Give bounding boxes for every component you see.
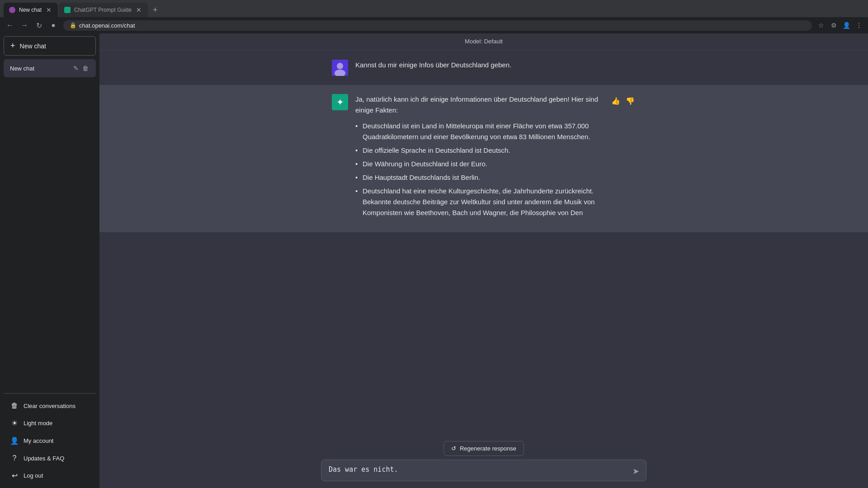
my-account-item[interactable]: 👤 My account <box>4 432 96 450</box>
gpt-logo-icon: ✦ <box>336 97 344 108</box>
reload-button[interactable]: ↻ <box>33 19 45 32</box>
logout-icon: ↩ <box>10 471 19 480</box>
user-avatar-svg <box>332 60 348 76</box>
sidebar-bottom: 🗑 Clear conversations ☀ Light mode 👤 My … <box>4 393 96 484</box>
chat-list: New chat ✎ 🗑 <box>4 59 96 393</box>
fact-item-4: Deutschland hat eine reiche Kulturgeschi… <box>355 184 603 220</box>
svg-point-1 <box>337 63 343 69</box>
app-container: + New chat New chat ✎ 🗑 🗑 Clear conversa… <box>0 33 868 488</box>
tab-favicon-2 <box>64 7 71 13</box>
chat-item-label-0: New chat <box>10 65 72 72</box>
user-message-row: Kannst du mir einige Infos über Deutschl… <box>99 51 868 85</box>
tab-close-1[interactable]: ✕ <box>45 5 52 14</box>
clear-conversations-item[interactable]: 🗑 Clear conversations <box>4 397 96 414</box>
fact-text-1: Die offizielle Sprache in Deutschland is… <box>363 146 510 154</box>
new-chat-label: New chat <box>20 42 46 50</box>
address-bar[interactable]: 🔒 chat.openai.com/chat <box>63 20 812 31</box>
assistant-message-content: Ja, natürlich kann ich dir einige Inform… <box>355 94 603 223</box>
thumbs-up-button[interactable]: 👍 <box>610 96 621 106</box>
light-mode-item[interactable]: ☀ Light mode <box>4 414 96 432</box>
user-message-inner: Kannst du mir einige Infos über Deutschl… <box>321 60 646 76</box>
browser-tab-2[interactable]: ChatGPT Prompt Guide ✕ <box>59 3 148 17</box>
fact-text-3: Die Hauptstadt Deutschlands ist Berlin. <box>363 174 480 181</box>
back-button[interactable]: ← <box>4 19 16 32</box>
regenerate-icon: ↺ <box>451 445 456 452</box>
user-message-text: Kannst du mir einige Infos über Deutschl… <box>355 61 511 69</box>
assistant-message-row: ✦ Ja, natürlich kann ich dir einige Info… <box>99 85 868 232</box>
fact-item-3: Die Hauptstadt Deutschlands ist Berlin. <box>355 171 603 184</box>
my-account-label: My account <box>24 437 53 444</box>
message-actions: 👍 👎 <box>610 94 636 106</box>
forward-button[interactable]: → <box>18 19 31 32</box>
updates-icon: ? <box>10 454 19 462</box>
model-label: Model: Default <box>465 38 503 45</box>
chat-item-actions-0: ✎ 🗑 <box>72 64 90 73</box>
browser-toolbar: ← → ↻ ● 🔒 chat.openai.com/chat ☆ ⚙ 👤 ⋮ <box>0 17 868 33</box>
menu-icon[interactable]: ⋮ <box>854 20 864 31</box>
light-mode-icon: ☀ <box>10 419 19 427</box>
log-out-item[interactable]: ↩ Log out <box>4 467 96 484</box>
updates-faq-label: Updates & FAQ <box>24 455 64 462</box>
fact-text-2: Die Währung in Deutschland ist der Euro. <box>363 160 487 168</box>
regenerate-label: Regenerate response <box>460 445 516 452</box>
send-button[interactable]: ➤ <box>631 465 641 478</box>
bottom-bar: ↺ Regenerate response ➤ <box>99 436 868 488</box>
bookmark-icon[interactable]: ☆ <box>816 20 826 31</box>
tab-close-2[interactable]: ✕ <box>135 5 142 14</box>
plus-icon: + <box>10 41 15 51</box>
tab-favicon-1 <box>9 7 15 13</box>
input-row: ➤ <box>321 460 646 483</box>
fact-text-0: Deutschland ist ein Land in Mitteleuropa… <box>363 122 590 141</box>
browser-actions: ☆ ⚙ 👤 ⋮ <box>816 20 864 31</box>
home-button[interactable]: ● <box>47 19 60 32</box>
main-content: Model: Default Kannst du mir einige Info… <box>99 33 868 488</box>
browser-tab-active[interactable]: New chat ✕ <box>4 3 58 17</box>
model-header: Model: Default <box>99 33 868 51</box>
account-icon: 👤 <box>10 436 19 445</box>
extension-icon[interactable]: ⚙ <box>828 20 839 31</box>
facts-list: Deutschland ist ein Land in Mitteleuropa… <box>355 119 603 220</box>
user-avatar <box>332 60 348 76</box>
sidebar: + New chat New chat ✎ 🗑 🗑 Clear conversa… <box>0 33 99 488</box>
chat-item-0[interactable]: New chat ✎ 🗑 <box>4 59 96 77</box>
fact-item-0: Deutschland ist ein Land in Mitteleuropa… <box>355 119 603 144</box>
chat-input[interactable] <box>321 460 646 481</box>
clear-icon: 🗑 <box>10 402 19 410</box>
tab-add-button[interactable]: + <box>149 4 161 16</box>
gpt-avatar: ✦ <box>332 94 348 110</box>
address-text: chat.openai.com/chat <box>79 22 135 29</box>
updates-faq-item[interactable]: ? Updates & FAQ <box>4 450 96 467</box>
thumbs-down-button[interactable]: 👎 <box>625 96 636 106</box>
browser-tabs: New chat ✕ ChatGPT Prompt Guide ✕ + <box>0 0 868 17</box>
delete-chat-icon[interactable]: 🗑 <box>81 64 90 73</box>
clear-conversations-label: Clear conversations <box>24 403 75 409</box>
log-out-label: Log out <box>24 472 43 479</box>
tab-label-2: ChatGPT Prompt Guide <box>74 7 132 13</box>
fact-item-1: Die offizielle Sprache in Deutschland is… <box>355 144 603 157</box>
user-message-content: Kannst du mir einige Infos über Deutschl… <box>355 60 636 70</box>
new-chat-button[interactable]: + New chat <box>4 36 96 56</box>
regenerate-button[interactable]: ↺ Regenerate response <box>443 441 524 456</box>
assistant-message-inner: ✦ Ja, natürlich kann ich dir einige Info… <box>321 94 646 223</box>
edit-chat-icon[interactable]: ✎ <box>72 64 80 73</box>
tab-label-1: New chat <box>19 7 42 13</box>
browser-frame: New chat ✕ ChatGPT Prompt Guide ✕ + ← → … <box>0 0 868 33</box>
assistant-intro-text: Ja, natürlich kann ich dir einige Inform… <box>355 95 598 114</box>
light-mode-label: Light mode <box>24 420 52 427</box>
profile-icon[interactable]: 👤 <box>841 20 852 31</box>
fact-text-4: Deutschland hat eine reiche Kulturgeschi… <box>363 187 594 216</box>
fact-item-2: Die Währung in Deutschland ist der Euro. <box>355 157 603 171</box>
chat-area: Kannst du mir einige Infos über Deutschl… <box>99 51 868 436</box>
lock-icon: 🔒 <box>70 22 76 28</box>
